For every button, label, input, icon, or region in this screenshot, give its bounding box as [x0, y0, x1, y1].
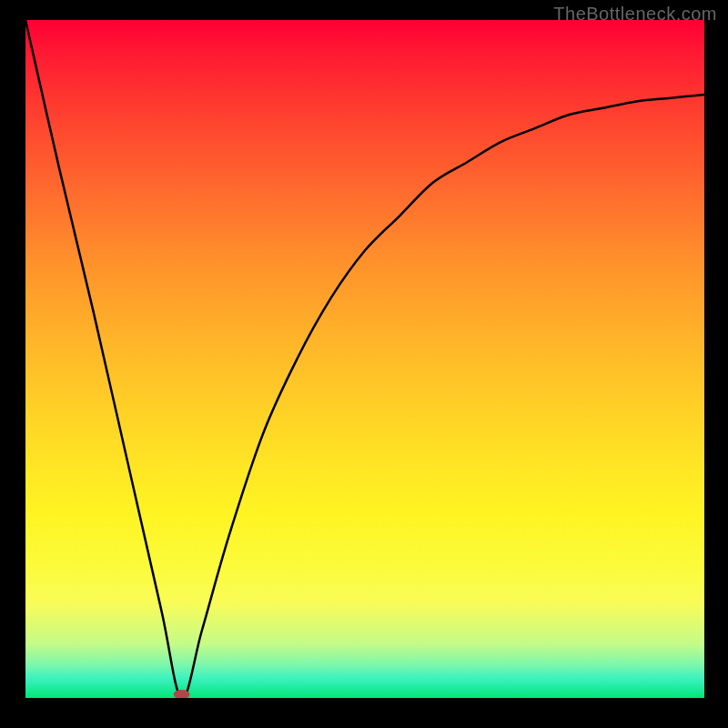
chart-svg	[25, 20, 704, 698]
chart-plot-area	[25, 20, 704, 698]
bottleneck-curve	[25, 20, 704, 698]
watermark-label: TheBottleneck.com	[553, 4, 717, 25]
